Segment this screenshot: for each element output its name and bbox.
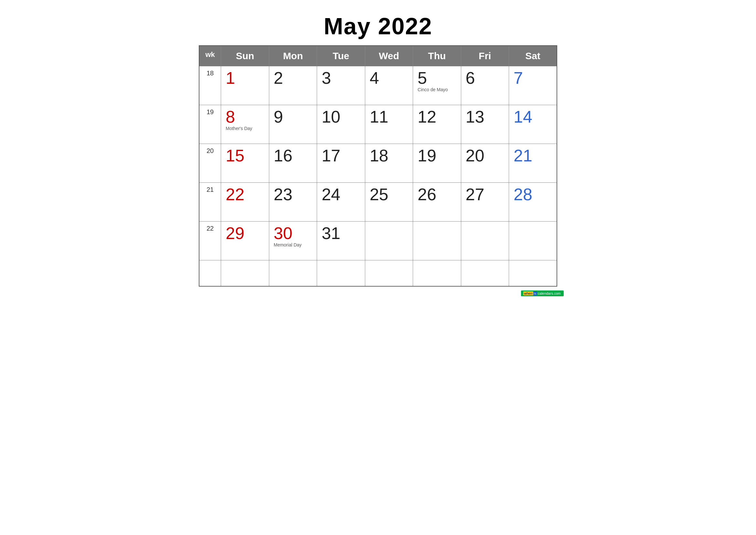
day-cell-8: 8Mother's Day (221, 105, 269, 144)
day-cell-5: 5Cinco de Mayo (413, 66, 461, 105)
day-cell-empty (509, 222, 557, 260)
day-number-1: 1 (226, 70, 264, 86)
week-row-19: 198Mother's Day91011121314 (199, 105, 557, 144)
day-cell-1: 1 (221, 66, 269, 105)
day-number-4: 4 (370, 70, 408, 86)
day-number-15: 15 (226, 147, 264, 164)
day-number-16: 16 (274, 147, 312, 164)
header-row: wk Sun Mon Tue Wed Thu Fri Sat (199, 45, 557, 66)
day-number-12: 12 (418, 108, 456, 125)
day-cell-29: 29 (221, 222, 269, 260)
extra-cell-4 (365, 260, 413, 286)
day-cell-28: 28 (509, 183, 557, 222)
week-number-21: 21 (199, 183, 221, 222)
day-number-18: 18 (370, 147, 408, 164)
day-cell-14: 14 (509, 105, 557, 144)
day-cell-21: 21 (509, 144, 557, 183)
week-number-19: 19 (199, 105, 221, 144)
extra-cell-1 (221, 260, 269, 286)
day-cell-27: 27 (461, 183, 509, 222)
day-cell-12: 12 (413, 105, 461, 144)
day-number-29: 29 (226, 225, 264, 241)
extra-cell-5 (413, 260, 461, 286)
week-row-21: 2122232425262728 (199, 183, 557, 222)
header-tue: Tue (317, 45, 365, 66)
calendar-title: May 2022 (199, 13, 557, 40)
day-number-21: 21 (514, 147, 552, 164)
day-cell-25: 25 (365, 183, 413, 222)
extra-cell-7 (509, 260, 557, 286)
extra-row (199, 260, 557, 286)
header-fri: Fri (461, 45, 509, 66)
day-cell-31: 31 (317, 222, 365, 260)
day-cell-19: 19 (413, 144, 461, 183)
day-number-14: 14 (514, 108, 552, 125)
day-cell-10: 10 (317, 105, 365, 144)
day-number-7: 7 (514, 70, 552, 86)
day-cell-empty (461, 222, 509, 260)
day-number-11: 11 (370, 108, 408, 125)
day-number-24: 24 (322, 186, 360, 203)
day-cell-23: 23 (269, 183, 317, 222)
day-number-5: 5 (418, 70, 456, 86)
extra-cell-3 (317, 260, 365, 286)
day-number-9: 9 (274, 108, 312, 125)
day-cell-16: 16 (269, 144, 317, 183)
day-cell-22: 22 (221, 183, 269, 222)
day-number-25: 25 (370, 186, 408, 203)
day-number-10: 10 (322, 108, 360, 125)
extra-cell-2 (269, 260, 317, 286)
header-mon: Mon (269, 45, 317, 66)
header-thu: Thu (413, 45, 461, 66)
holiday-label-5: Cinco de Mayo (418, 87, 456, 92)
day-cell-17: 17 (317, 144, 365, 183)
day-cell-9: 9 (269, 105, 317, 144)
day-cell-3: 3 (317, 66, 365, 105)
day-number-2: 2 (274, 70, 312, 86)
holiday-label-8: Mother's Day (226, 126, 264, 131)
day-cell-26: 26 (413, 183, 461, 222)
day-cell-2: 2 (269, 66, 317, 105)
calendar-table: wk Sun Mon Tue Wed Thu Fri Sat 1812345Ci… (199, 45, 557, 287)
day-cell-24: 24 (317, 183, 365, 222)
header-sat: Sat (509, 45, 557, 66)
day-number-19: 19 (418, 147, 456, 164)
day-cell-6: 6 (461, 66, 509, 105)
day-cell-4: 4 (365, 66, 413, 105)
week-row-20: 2015161718192021 (199, 144, 557, 183)
week-row-22: 222930Memorial Day31 (199, 222, 557, 260)
calendar-page: May 2022 wk Sun Mon Tue Wed Thu Fri Sat … (189, 7, 567, 299)
holiday-label-30: Memorial Day (274, 242, 312, 247)
day-number-20: 20 (466, 147, 504, 164)
day-number-30: 30 (274, 225, 312, 241)
day-cell-11: 11 (365, 105, 413, 144)
week-number-20: 20 (199, 144, 221, 183)
day-cell-18: 18 (365, 144, 413, 183)
header-sun: Sun (221, 45, 269, 66)
header-wed: Wed (365, 45, 413, 66)
week-row-18: 1812345Cinco de Mayo67 (199, 66, 557, 105)
day-number-6: 6 (466, 70, 504, 86)
day-number-26: 26 (418, 186, 456, 203)
day-cell-13: 13 (461, 105, 509, 144)
day-number-31: 31 (322, 225, 360, 241)
day-number-8: 8 (226, 108, 264, 125)
day-cell-empty (365, 222, 413, 260)
day-number-28: 28 (514, 186, 552, 203)
extra-cell-0 (199, 260, 221, 286)
day-cell-20: 20 (461, 144, 509, 183)
day-cell-empty (413, 222, 461, 260)
day-number-3: 3 (322, 70, 360, 86)
day-cell-15: 15 (221, 144, 269, 183)
week-number-22: 22 (199, 222, 221, 260)
day-cell-30: 30Memorial Day (269, 222, 317, 260)
header-wk: wk (199, 45, 221, 66)
watermark: wheniscalendars.com (521, 291, 564, 296)
day-cell-7: 7 (509, 66, 557, 105)
extra-cell-6 (461, 260, 509, 286)
day-number-13: 13 (466, 108, 504, 125)
week-number-18: 18 (199, 66, 221, 105)
day-number-22: 22 (226, 186, 264, 203)
day-number-27: 27 (466, 186, 504, 203)
day-number-17: 17 (322, 147, 360, 164)
